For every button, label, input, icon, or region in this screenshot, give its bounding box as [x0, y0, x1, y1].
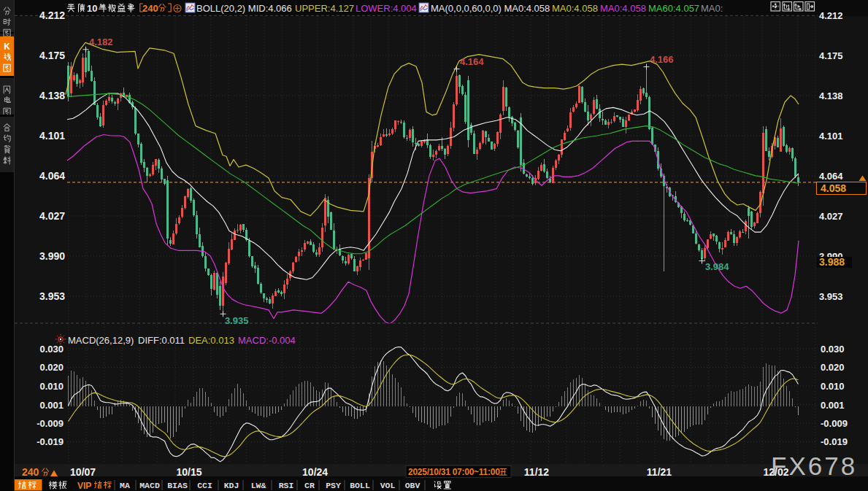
svg-text:0.030: 0.030 — [39, 344, 64, 355]
svg-text:3.988: 3.988 — [819, 256, 845, 268]
svg-text:0.001: 0.001 — [821, 400, 845, 411]
svg-text:4.138: 4.138 — [819, 90, 843, 101]
svg-text:4.212: 4.212 — [39, 9, 65, 21]
svg-text:-0.009: -0.009 — [37, 418, 64, 429]
svg-text:3.953: 3.953 — [819, 291, 843, 302]
svg-text:MACD: MACD — [139, 481, 160, 490]
svg-text:MA(0,0,0,60,0,0) MA0:4.058: MA(0,0,0,60,0,0) MA0:4.058 — [431, 3, 550, 14]
svg-text:0.001: 0.001 — [39, 400, 64, 411]
svg-text:4.175: 4.175 — [39, 50, 65, 61]
svg-text:4.064: 4.064 — [39, 170, 65, 182]
svg-text:MA: MA — [120, 481, 130, 490]
svg-text:0.010: 0.010 — [39, 381, 64, 392]
svg-text:KDJ: KDJ — [224, 481, 239, 490]
svg-text:PSY: PSY — [326, 481, 341, 490]
svg-text:0.010: 0.010 — [821, 381, 845, 392]
svg-text:LOWER:4.004: LOWER:4.004 — [356, 3, 417, 14]
svg-text:11/12: 11/12 — [524, 466, 549, 478]
svg-text:CR: CR — [304, 481, 315, 490]
svg-text:MACD:-0.004: MACD:-0.004 — [238, 335, 296, 346]
svg-text:3.984: 3.984 — [705, 261, 729, 272]
svg-text:3.990: 3.990 — [39, 250, 65, 262]
svg-text:240: 240 — [22, 466, 39, 478]
svg-text:FX678: FX678 — [771, 452, 857, 480]
svg-text:4.027: 4.027 — [39, 210, 65, 222]
svg-text:0.030: 0.030 — [821, 344, 845, 355]
svg-text:0.020: 0.020 — [39, 362, 64, 373]
svg-text:MA0:: MA0: — [701, 3, 723, 14]
svg-text:MACD(26,12,9): MACD(26,12,9) — [68, 335, 134, 346]
svg-text:4.101: 4.101 — [39, 130, 65, 142]
svg-text:4.058: 4.058 — [821, 182, 846, 194]
svg-text:DEA:0.013: DEA:0.013 — [188, 335, 234, 346]
svg-text:4.182: 4.182 — [89, 36, 113, 47]
svg-text:3.935: 3.935 — [225, 315, 249, 326]
svg-text:4.027: 4.027 — [819, 211, 843, 222]
svg-text:BOLL(20,2) MID:4.066: BOLL(20,2) MID:4.066 — [196, 3, 292, 14]
svg-text:4.138: 4.138 — [39, 90, 65, 101]
svg-text:4.064: 4.064 — [819, 171, 843, 182]
svg-text:MA60:4.057: MA60:4.057 — [648, 3, 699, 14]
svg-text:VOL: VOL — [380, 481, 396, 490]
svg-text:RSI: RSI — [279, 481, 294, 490]
svg-text:240: 240 — [142, 3, 158, 14]
svg-text:0.020: 0.020 — [821, 362, 845, 373]
svg-text:UPPER:4.127: UPPER:4.127 — [295, 3, 354, 14]
svg-text:OBV: OBV — [405, 481, 420, 490]
svg-text:BOLL: BOLL — [350, 481, 370, 490]
svg-text:CCI: CCI — [197, 481, 212, 490]
svg-text:2025/10/31 07:00~11:00: 2025/10/31 07:00~11:00 — [408, 467, 500, 477]
svg-text:4.212: 4.212 — [819, 10, 843, 21]
svg-text:10/07: 10/07 — [70, 466, 96, 478]
svg-text:4.101: 4.101 — [819, 131, 843, 142]
svg-text:-0.009: -0.009 — [821, 418, 848, 429]
svg-text:-0.019: -0.019 — [821, 436, 848, 447]
svg-text:K: K — [4, 42, 10, 52]
svg-text:4.164: 4.164 — [460, 56, 484, 67]
svg-text:10/24: 10/24 — [302, 466, 328, 478]
svg-text:BIAS: BIAS — [167, 481, 188, 490]
svg-text:4.166: 4.166 — [650, 54, 674, 65]
svg-text:MA0:4.058: MA0:4.058 — [600, 3, 646, 14]
svg-text:10: 10 — [87, 3, 97, 14]
svg-text:11/21: 11/21 — [647, 466, 672, 478]
svg-text:DIFF:0.011: DIFF:0.011 — [138, 335, 185, 346]
svg-text:LW&: LW& — [251, 481, 266, 490]
svg-text:MA0:4.058: MA0:4.058 — [552, 3, 598, 14]
svg-text:VIP: VIP — [77, 481, 91, 491]
svg-text:10/15: 10/15 — [176, 466, 201, 478]
svg-text:4.175: 4.175 — [819, 50, 843, 61]
svg-text:3.953: 3.953 — [39, 290, 65, 302]
svg-text:-0.019: -0.019 — [37, 436, 64, 447]
